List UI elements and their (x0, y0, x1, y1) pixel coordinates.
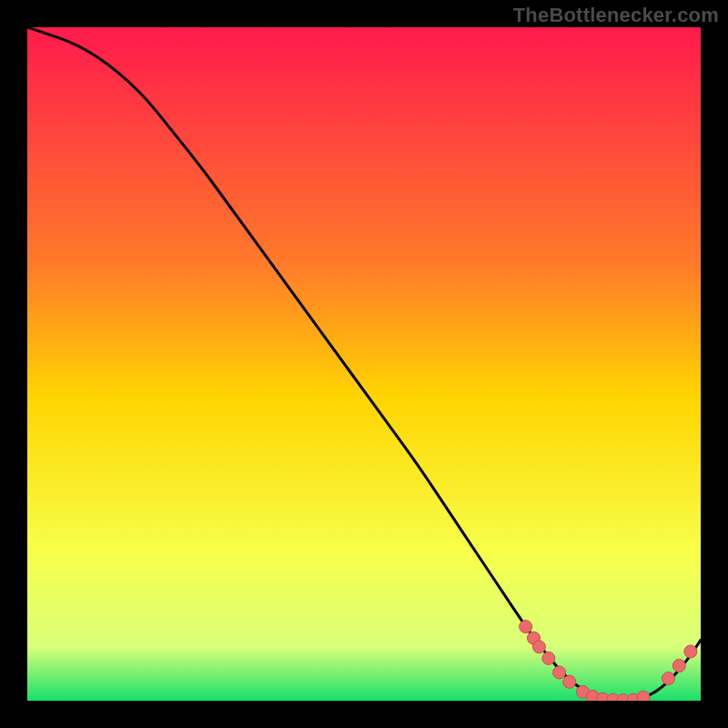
data-dot (684, 645, 697, 658)
data-dot (520, 621, 532, 633)
data-dot (672, 660, 685, 672)
data-dot (662, 672, 674, 685)
plot-area (27, 27, 701, 701)
gradient-background (27, 27, 701, 701)
data-dot (637, 691, 650, 701)
chart-stage: TheBottlenecker.com (0, 0, 728, 728)
data-dot (563, 675, 576, 688)
data-dot (532, 641, 545, 653)
chart-svg (27, 27, 701, 701)
watermark-text: TheBottlenecker.com (513, 4, 719, 27)
data-dot (542, 652, 555, 664)
data-dot (553, 666, 566, 679)
